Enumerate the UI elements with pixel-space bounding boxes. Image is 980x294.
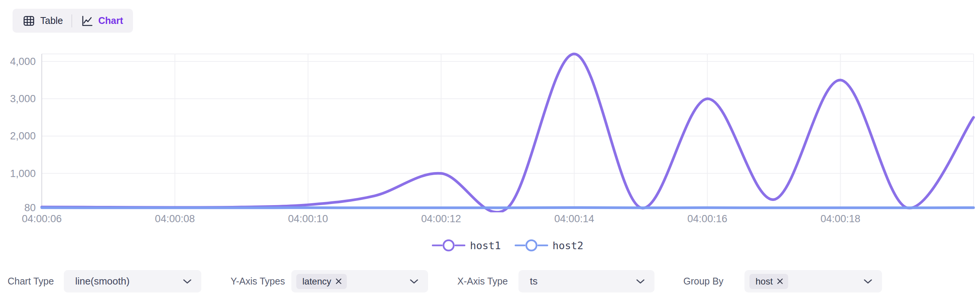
chevron-down-icon xyxy=(864,279,872,284)
y-tick-label: 80 xyxy=(24,202,36,213)
group-by-tag-host: host xyxy=(749,274,788,289)
chart-view-button[interactable]: Chart xyxy=(81,14,123,27)
legend-label: host2 xyxy=(553,240,584,251)
y-tick-label: 1,000 xyxy=(10,168,36,179)
chevron-down-icon xyxy=(183,279,191,284)
y-axis-types-select[interactable]: latency xyxy=(291,270,428,292)
y-tick-label: 3,000 xyxy=(10,93,36,105)
legend-line-marker-icon xyxy=(432,239,465,252)
y-axis-types-label: Y-Axis Types xyxy=(231,270,285,292)
x-axis-type-select[interactable]: ts xyxy=(519,270,654,292)
line-chart-icon xyxy=(81,14,94,27)
series-line-host1 xyxy=(42,54,974,212)
tag-label: latency xyxy=(302,276,331,287)
remove-tag-icon[interactable] xyxy=(776,278,784,285)
legend-line-marker-icon xyxy=(515,239,548,252)
chart-type-select[interactable]: line(smooth) xyxy=(64,270,201,292)
x-tick-label: 04:00:08 xyxy=(155,213,195,224)
chart-legend: host1 host2 xyxy=(42,239,974,252)
series-line-host2 xyxy=(42,208,974,208)
table-view-label: Table xyxy=(40,15,63,26)
table-view-button[interactable]: Table xyxy=(22,14,63,27)
toggle-divider xyxy=(72,14,72,27)
chart-view-panel: Table Chart 801,0002,0003,0004,00004:00:… xyxy=(0,0,980,294)
legend-item-host1[interactable]: host1 xyxy=(432,239,501,252)
group-by-label: Group By xyxy=(683,270,724,292)
legend-item-host2[interactable]: host2 xyxy=(515,239,584,252)
x-tick-label: 04:00:14 xyxy=(554,213,594,224)
table-icon xyxy=(22,14,35,27)
x-tick-label: 04:00:10 xyxy=(288,213,328,224)
chevron-down-icon xyxy=(410,279,418,284)
x-tick-label: 04:00:18 xyxy=(821,213,860,224)
chart-type-label: Chart Type xyxy=(8,270,54,292)
y-axis-tag-latency: latency xyxy=(296,274,347,289)
legend-label: host1 xyxy=(470,240,501,251)
view-toggle: Table Chart xyxy=(13,9,133,33)
x-axis-type-label: X-Axis Type xyxy=(457,270,508,292)
tag-label: host xyxy=(756,276,773,287)
remove-tag-icon[interactable] xyxy=(335,278,342,285)
chevron-down-icon xyxy=(636,279,644,284)
x-tick-label: 04:00:06 xyxy=(22,213,62,224)
chart-view-label: Chart xyxy=(99,15,123,26)
y-tick-label: 2,000 xyxy=(10,130,36,142)
line-chart: 801,0002,0003,0004,00004:00:0604:00:0804… xyxy=(0,33,980,231)
x-axis-type-value: ts xyxy=(530,275,538,287)
chart-type-value: line(smooth) xyxy=(75,275,129,287)
group-by-select[interactable]: host xyxy=(745,270,882,292)
y-tick-label: 4,000 xyxy=(10,56,36,67)
x-tick-label: 04:00:12 xyxy=(421,213,461,224)
x-tick-label: 04:00:16 xyxy=(687,213,727,224)
